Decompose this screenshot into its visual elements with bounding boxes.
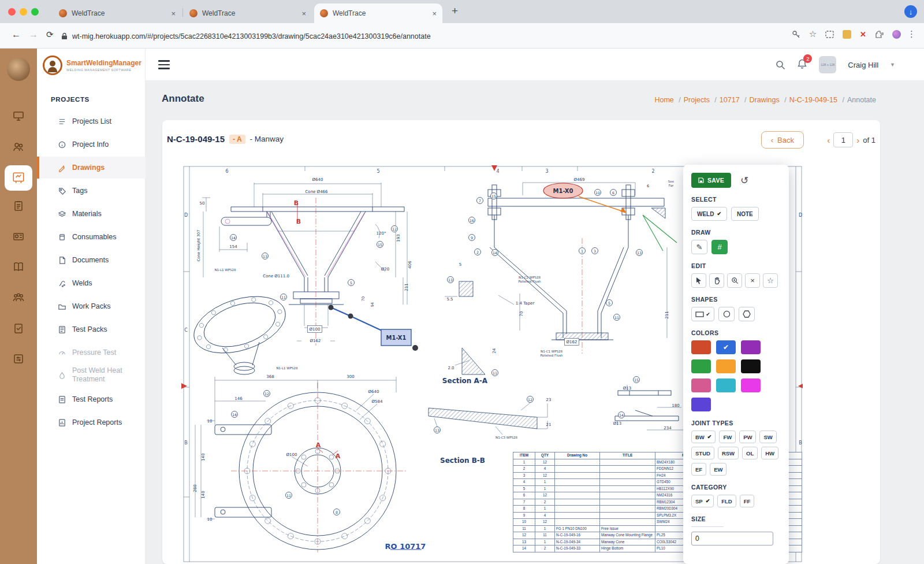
joint-type-fw[interactable]: FW	[719, 431, 736, 443]
joint-type-stud[interactable]: STUD	[691, 447, 714, 459]
sidebar-item-tags[interactable]: Tags	[37, 180, 146, 202]
color-swatch[interactable]	[691, 398, 711, 411]
sidebar-item-pwht[interactable]: Post Weld Heat Treatment	[37, 361, 146, 389]
sidebar-item-pressure-test[interactable]: Pressure Test	[37, 342, 146, 363]
window-minimize-button[interactable]	[20, 8, 27, 16]
annotation-point[interactable]	[348, 314, 353, 319]
edit-star-button[interactable]: ☆	[763, 273, 778, 288]
sidebar-item-work-packs[interactable]: Work Packs	[37, 295, 146, 317]
window-close-button[interactable]	[8, 8, 16, 16]
sidebar-item-projects-list[interactable]: Projects List	[37, 110, 146, 132]
rail-item-drawings[interactable]	[5, 165, 32, 191]
rail-item-team[interactable]	[9, 288, 28, 307]
category-ff[interactable]: FF	[740, 495, 755, 507]
annotation-point[interactable]	[412, 345, 418, 351]
color-swatch[interactable]	[691, 340, 711, 354]
edit-delete-button[interactable]: ×	[745, 273, 760, 288]
page-number-input[interactable]	[833, 132, 853, 147]
extension-blocker-icon[interactable]: ✕	[860, 30, 866, 39]
rail-item-machine[interactable]	[9, 227, 28, 246]
tab-close-icon[interactable]: ×	[301, 9, 306, 18]
shape-rectangle-button[interactable]: ✔	[691, 307, 714, 321]
breadcrumb-drawings[interactable]: Drawings	[750, 96, 787, 104]
joint-type-ol[interactable]: OL	[742, 447, 758, 459]
shape-hexagon-button[interactable]	[739, 307, 755, 321]
joint-type-sw[interactable]: SW	[759, 431, 776, 443]
category-sp[interactable]: SP✔	[691, 495, 714, 507]
joint-type-bw[interactable]: BW✔	[691, 431, 716, 443]
browser-tab[interactable]: WeldTrace ×	[53, 3, 181, 23]
user-avatar[interactable]: 128 x 128	[819, 56, 836, 73]
rail-user-avatar[interactable]	[7, 58, 30, 81]
browser-update-icon[interactable]: ↓	[904, 5, 917, 18]
sidebar-item-test-reports[interactable]: Test Reports	[37, 388, 146, 410]
edit-cursor-button[interactable]	[691, 273, 706, 288]
rail-item-book[interactable]	[9, 257, 28, 277]
breadcrumb-home[interactable]: Home	[654, 96, 680, 104]
rail-item-settings[interactable]	[9, 349, 28, 369]
joint-type-hw[interactable]: HW	[761, 447, 778, 459]
rail-item-dashboard[interactable]	[9, 106, 28, 126]
bookmark-star-icon[interactable]: ☆	[809, 29, 817, 39]
kebab-menu-icon[interactable]: ⋮	[907, 29, 916, 39]
user-name[interactable]: Craig Hill	[848, 61, 878, 69]
rail-item-people[interactable]	[9, 137, 28, 157]
notifications-button[interactable]: 2	[797, 58, 807, 72]
joint-type-pw[interactable]: PW	[739, 431, 756, 443]
color-swatch[interactable]	[716, 359, 736, 373]
draw-pencil-button[interactable]: ✎	[691, 240, 707, 254]
new-tab-button[interactable]: +	[452, 5, 458, 17]
back-nav-icon[interactable]: ←	[12, 29, 21, 40]
window-zoom-button[interactable]	[31, 8, 39, 16]
browser-tab[interactable]: WeldTrace ×	[184, 3, 312, 23]
select-note-button[interactable]: NOTE	[731, 207, 759, 221]
color-swatch-selected[interactable]	[716, 340, 736, 354]
edit-zoom-button[interactable]	[727, 273, 742, 288]
draw-hash-button[interactable]: #	[711, 240, 728, 254]
undo-icon[interactable]: ↺	[740, 175, 748, 187]
address-bar[interactable]: wt-mig.herokuapp.com/#/projects/5cac2268…	[61, 28, 748, 44]
joint-type-ef[interactable]: EF	[691, 463, 706, 476]
category-fld[interactable]: FLD	[717, 495, 736, 507]
rail-item-tasks[interactable]	[9, 318, 28, 338]
sidebar-item-project-info[interactable]: Project Info	[37, 133, 146, 155]
hamburger-menu-icon[interactable]	[158, 60, 170, 72]
edit-pan-button[interactable]	[709, 273, 724, 288]
size-input[interactable]	[691, 532, 773, 546]
annotation-point[interactable]	[329, 305, 334, 310]
select-weld-button[interactable]: WELD✔	[691, 207, 727, 221]
breadcrumb-projects[interactable]: Projects	[684, 96, 717, 104]
rail-item-clipboard[interactable]	[9, 196, 28, 216]
color-swatch[interactable]	[741, 359, 761, 373]
extensions-puzzle-icon[interactable]	[875, 30, 884, 39]
screenshot-icon[interactable]	[825, 31, 834, 38]
forward-nav-icon[interactable]: →	[29, 29, 38, 40]
extension-highlighter-icon[interactable]	[843, 30, 851, 39]
joint-type-ew[interactable]: EW	[710, 463, 726, 476]
sidebar-item-consumables[interactable]: Consumables	[37, 226, 146, 248]
sidebar-item-documents[interactable]: Documents	[37, 249, 146, 271]
sidebar-item-drawings[interactable]: Drawings	[37, 157, 146, 179]
color-swatch[interactable]	[741, 340, 761, 354]
tab-close-icon[interactable]: ×	[171, 9, 176, 18]
page-prev-icon[interactable]: ‹	[827, 135, 830, 145]
tab-close-icon[interactable]: ×	[432, 9, 437, 18]
breadcrumb-drawing-number[interactable]: N-C-19-049-15	[789, 96, 844, 104]
color-swatch[interactable]	[691, 379, 711, 392]
save-button[interactable]: SAVE	[691, 173, 731, 188]
page-next-icon[interactable]: ›	[856, 135, 859, 145]
color-swatch[interactable]	[691, 359, 711, 373]
color-swatch[interactable]	[716, 379, 736, 392]
extension-colorful-icon[interactable]	[892, 30, 901, 39]
sidebar-item-welds[interactable]: Welds	[37, 272, 146, 294]
shape-circle-button[interactable]	[718, 307, 735, 321]
search-icon[interactable]	[776, 60, 785, 70]
joint-type-rsw[interactable]: RSW	[718, 447, 739, 459]
sidebar-item-test-packs[interactable]: Test Packs	[37, 318, 146, 340]
browser-tab-active[interactable]: WeldTrace ×	[314, 3, 442, 23]
sidebar-item-project-reports[interactable]: Project Reports	[37, 411, 146, 433]
back-button[interactable]: ‹Back	[761, 131, 804, 149]
key-icon[interactable]	[792, 30, 800, 39]
reload-icon[interactable]: ⟳	[46, 29, 54, 40]
color-swatch[interactable]	[741, 379, 761, 392]
